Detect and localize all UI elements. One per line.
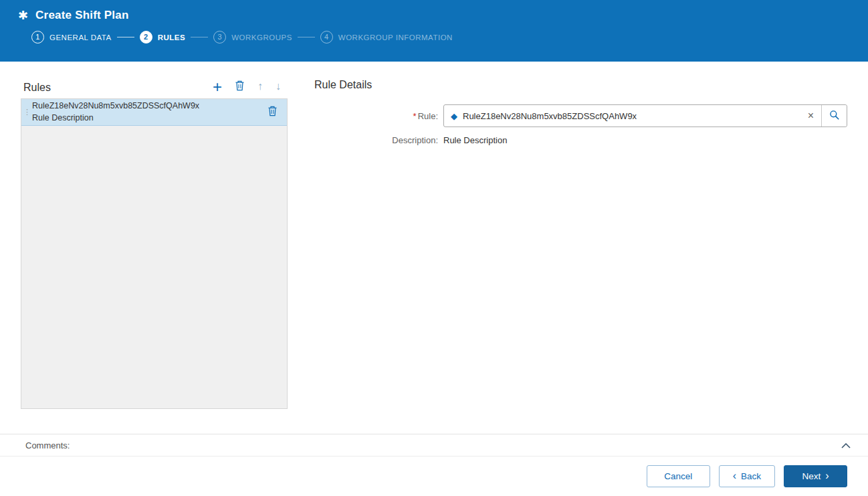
- rule-input[interactable]: [463, 111, 800, 121]
- trash-icon: [267, 106, 278, 118]
- description-label: Description:: [314, 135, 438, 145]
- rule-combobox: ◆ ×: [443, 104, 847, 127]
- rules-panel: Rules + ↑ ↓: [21, 62, 288, 434]
- required-marker: *: [413, 111, 417, 121]
- value-help-button[interactable]: [821, 105, 847, 127]
- chevron-left-icon: ‹: [733, 471, 736, 481]
- rule-form-row: *Rule: ◆ ×: [314, 104, 847, 127]
- delete-rule-row-button[interactable]: [265, 106, 280, 118]
- next-button[interactable]: Next ›: [784, 465, 847, 487]
- rule-details-panel: Rule Details *Rule: ◆ ×: [314, 62, 847, 434]
- wizard-steps: 1 GENERAL DATA 2 RULES 3 WORKGROUPS 4 WO…: [0, 25, 868, 44]
- rule-details-form: *Rule: ◆ ×: [314, 104, 847, 153]
- wizard-step-workgroup-information[interactable]: 4 WORKGROUP INFORMATION: [320, 31, 453, 44]
- step-label: RULES: [158, 33, 185, 42]
- step-number-circle: 1: [31, 31, 44, 44]
- rule-item-text: RuleZ18eNv28Nu8m5xvb85ZDSScfQAhW9x Rule …: [32, 101, 265, 123]
- step-label: GENERAL DATA: [49, 33, 112, 42]
- step-number-circle: 4: [320, 31, 333, 44]
- move-down-button[interactable]: ↓: [276, 81, 281, 92]
- close-icon: ×: [808, 110, 814, 121]
- rule-diamond-icon: ◆: [451, 112, 457, 120]
- move-up-button[interactable]: ↑: [257, 81, 263, 92]
- clear-button[interactable]: ×: [800, 110, 821, 121]
- description-value: Rule Description: [443, 135, 507, 145]
- create-shift-plan-window: ✱ Create Shift Plan 1 GENERAL DATA 2 RUL…: [0, 0, 868, 496]
- cancel-button-label: Cancel: [664, 471, 692, 481]
- chevron-right-icon: ›: [825, 471, 829, 481]
- title-row: ✱ Create Shift Plan: [0, 0, 868, 25]
- asterisk-icon: ✱: [18, 9, 28, 21]
- page-title: Create Shift Plan: [35, 9, 128, 22]
- comments-section: Comments:: [0, 434, 868, 457]
- add-rule-button[interactable]: +: [213, 79, 222, 95]
- rule-item-description: Rule Description: [32, 113, 265, 124]
- rules-list: ⋮ RuleZ18eNv28Nu8m5xvb85ZDSScfQAhW9x Rul…: [21, 98, 288, 409]
- search-icon: [829, 110, 840, 122]
- step-connector: [117, 37, 134, 37]
- footer-bar: Cancel ‹ Back Next ›: [0, 457, 868, 496]
- comments-label: Comments:: [25, 440, 70, 450]
- back-button[interactable]: ‹ Back: [719, 465, 775, 487]
- rules-panel-title: Rules: [23, 82, 51, 94]
- rule-label-text: Rule:: [418, 111, 438, 121]
- chevron-up-icon: [841, 440, 851, 450]
- step-connector: [298, 37, 315, 37]
- description-form-row: Description: Rule Description: [314, 135, 847, 145]
- delete-rule-button[interactable]: [235, 80, 245, 92]
- step-label: WORKGROUP INFORMATION: [338, 33, 453, 42]
- next-button-label: Next: [802, 471, 821, 481]
- step-number-circle: 3: [213, 31, 226, 44]
- drag-handle-icon[interactable]: ⋮: [21, 108, 32, 116]
- step-number-circle: 2: [140, 31, 152, 44]
- rule-label: *Rule:: [314, 111, 438, 121]
- rule-item-name: RuleZ18eNv28Nu8m5xvb85ZDSScfQAhW9x: [32, 101, 265, 112]
- header: ✱ Create Shift Plan 1 GENERAL DATA 2 RUL…: [0, 0, 868, 62]
- rule-list-item[interactable]: ⋮ RuleZ18eNv28Nu8m5xvb85ZDSScfQAhW9x Rul…: [21, 99, 287, 126]
- collapse-comments-button[interactable]: [839, 439, 853, 452]
- step-label: WORKGROUPS: [231, 33, 292, 42]
- trash-icon: [235, 83, 245, 93]
- back-button-label: Back: [741, 471, 761, 481]
- rules-toolbar: + ↑ ↓: [213, 79, 281, 94]
- wizard-step-rules[interactable]: 2 RULES: [140, 31, 185, 44]
- wizard-step-general-data[interactable]: 1 GENERAL DATA: [31, 31, 112, 44]
- rules-panel-header: Rules + ↑ ↓: [21, 62, 288, 98]
- main-content: Rules + ↑ ↓: [0, 62, 868, 434]
- step-connector: [191, 37, 208, 37]
- cancel-button[interactable]: Cancel: [647, 465, 710, 487]
- wizard-step-workgroups[interactable]: 3 WORKGROUPS: [213, 31, 292, 44]
- rule-details-title: Rule Details: [314, 62, 847, 91]
